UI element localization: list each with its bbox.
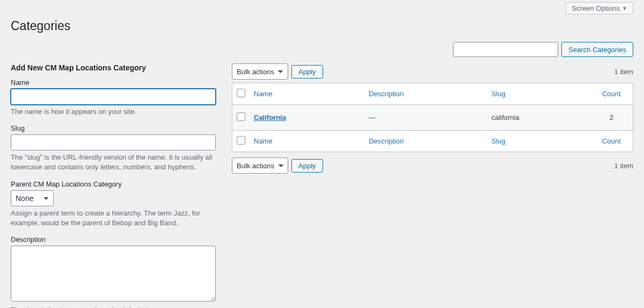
description-help: The description is not prominent by defa…: [11, 305, 216, 308]
add-new-heading: Add New CM Map Locations Category: [11, 63, 216, 72]
bulk-actions-select-top[interactable]: Bulk actions: [232, 63, 288, 80]
col-count-foot[interactable]: Count: [590, 131, 633, 152]
item-count-top: 1 item: [614, 68, 633, 76]
col-description-foot[interactable]: Description: [364, 131, 487, 152]
apply-button-bottom[interactable]: Apply: [291, 159, 323, 173]
col-slug-foot[interactable]: Slug: [487, 131, 590, 152]
bulk-actions-select-bottom[interactable]: Bulk actions: [232, 157, 288, 174]
chevron-down-icon: ▼: [622, 5, 627, 11]
select-all-bottom[interactable]: [237, 136, 245, 145]
screen-options-label: Screen Options: [572, 4, 620, 12]
row-name-link[interactable]: California: [254, 113, 286, 121]
row-checkbox[interactable]: [237, 112, 245, 121]
item-count-bottom: 1 item: [614, 162, 633, 170]
row-count: 2: [590, 105, 633, 131]
search-input[interactable]: [453, 42, 558, 57]
col-name-foot[interactable]: Name: [250, 131, 364, 152]
row-description: —: [369, 113, 376, 121]
name-help: The name is how it appears on your site.: [11, 107, 216, 117]
slug-label: Slug: [11, 124, 216, 132]
table-row: California — california 2: [232, 105, 633, 131]
categories-table: Name Description Slug Count California —…: [232, 83, 633, 152]
slug-help: The "slug" is the URL-friendly version o…: [11, 153, 216, 172]
apply-button-top[interactable]: Apply: [291, 65, 323, 78]
parent-help: Assign a parent term to create a hierarc…: [11, 209, 216, 228]
description-label: Description: [11, 235, 216, 243]
name-input[interactable]: [11, 89, 216, 105]
description-textarea[interactable]: [11, 246, 216, 302]
select-all-top[interactable]: [237, 89, 245, 97]
row-slug: california: [487, 105, 590, 131]
search-categories-button[interactable]: Search Categories: [561, 42, 633, 57]
parent-label: Parent CM Map Locations Category: [11, 180, 216, 188]
slug-input[interactable]: [11, 134, 216, 151]
screen-options-toggle[interactable]: Screen Options ▼: [566, 2, 633, 15]
col-name[interactable]: Name: [250, 83, 364, 105]
name-label: Name: [11, 78, 216, 87]
col-description[interactable]: Description: [364, 83, 487, 105]
col-slug[interactable]: Slug: [487, 83, 590, 105]
page-title: Categories: [11, 19, 633, 33]
parent-select[interactable]: None: [11, 190, 54, 206]
col-count[interactable]: Count: [590, 83, 633, 105]
